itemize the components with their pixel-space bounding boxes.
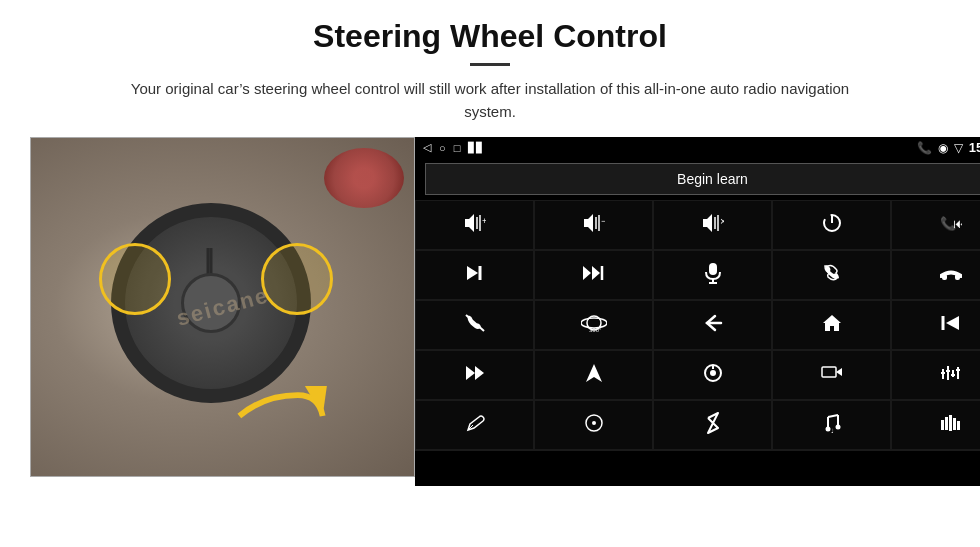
hang-up-icon — [940, 264, 962, 287]
mute-call-icon — [464, 313, 486, 338]
eq-icon — [941, 364, 961, 387]
ctrl-vol-up[interactable]: + — [415, 200, 534, 250]
svg-marker-19 — [583, 266, 591, 280]
subtitle: Your original car’s steering wheel contr… — [110, 78, 870, 123]
ctrl-mic[interactable] — [653, 250, 772, 300]
svg-point-52 — [592, 421, 596, 425]
next-track-icon — [465, 264, 485, 287]
ctrl-ff-prev[interactable] — [534, 250, 653, 300]
svg-rect-40 — [822, 367, 836, 377]
location-icon: ◉ — [938, 141, 948, 155]
svg-text:360°: 360° — [589, 327, 602, 333]
ctrl-360-cam[interactable]: 360° — [534, 300, 653, 350]
car-image-bg: seicane — [31, 138, 414, 476]
ctrl-mute-call[interactable] — [415, 300, 534, 350]
ctrl-dvr[interactable] — [772, 350, 891, 400]
360-btn-icon — [584, 413, 604, 438]
nav-icon — [585, 363, 603, 388]
controls-grid: + − × — [415, 200, 980, 450]
nav-home-icon[interactable]: ○ — [439, 142, 446, 154]
mute-icon: × — [702, 214, 724, 237]
phone-icon: 📞 — [917, 141, 932, 155]
status-bar: ◁ ○ □ ▊▊ 📞 ◉ ▽ 15:52 — [415, 137, 980, 158]
ctrl-eq[interactable] — [891, 350, 980, 400]
svg-rect-61 — [949, 415, 952, 431]
ctrl-music[interactable]: ♩ — [772, 400, 891, 450]
music-icon: ♩ — [822, 413, 842, 438]
svg-rect-25 — [942, 274, 947, 280]
fast-fwd-icon — [465, 364, 485, 387]
ctrl-hang-up[interactable] — [891, 250, 980, 300]
call-icon — [822, 263, 842, 288]
svg-marker-36 — [586, 364, 602, 382]
prev-track-icon — [941, 314, 961, 337]
sound-bars-icon — [940, 414, 962, 437]
ctrl-source[interactable] — [653, 350, 772, 400]
status-bar-right: 📞 ◉ ▽ 15:52 — [917, 140, 980, 155]
svg-text:⏮: ⏮ — [953, 216, 962, 231]
ctrl-360-btn[interactable] — [534, 400, 653, 450]
svg-rect-62 — [953, 418, 956, 430]
svg-line-27 — [466, 315, 484, 331]
nav-recents-icon[interactable]: □ — [454, 142, 461, 154]
svg-text:−: − — [601, 216, 605, 226]
highlight-circle-left — [99, 243, 171, 315]
title-divider — [470, 63, 510, 66]
page-container: Steering Wheel Control Your original car… — [0, 0, 980, 487]
ctrl-bluetooth[interactable] — [653, 400, 772, 450]
svg-rect-26 — [955, 274, 960, 280]
source-icon — [702, 362, 724, 389]
svg-marker-35 — [475, 366, 484, 380]
ctrl-vol-down[interactable]: − — [534, 200, 653, 250]
ctrl-prev-track[interactable] — [891, 300, 980, 350]
svg-point-38 — [710, 370, 716, 376]
ctrl-pen[interactable] — [415, 400, 534, 450]
svg-point-57 — [835, 424, 840, 429]
svg-marker-9 — [703, 214, 712, 232]
nav-battery-icon: ▊▊ — [468, 142, 484, 153]
ff-prev-icon — [582, 264, 606, 287]
pen-icon — [465, 413, 485, 438]
wifi-icon: ▽ — [954, 141, 963, 155]
highlight-circle-right — [261, 243, 333, 315]
svg-marker-31 — [823, 315, 841, 331]
ctrl-home[interactable] — [772, 300, 891, 350]
svg-rect-59 — [941, 420, 944, 430]
ctrl-call[interactable] — [772, 250, 891, 300]
bluetooth-icon — [705, 412, 721, 439]
svg-point-56 — [825, 426, 830, 431]
page-title: Steering Wheel Control — [30, 18, 950, 55]
svg-rect-60 — [945, 417, 948, 430]
ctrl-sound-bars[interactable] — [891, 400, 980, 450]
home-icon — [822, 313, 842, 338]
svg-marker-34 — [466, 366, 475, 380]
begin-learn-button[interactable]: Begin learn — [425, 163, 980, 195]
svg-rect-22 — [709, 263, 717, 275]
ctrl-mute[interactable]: × — [653, 200, 772, 250]
svg-marker-33 — [946, 316, 959, 330]
status-time: 15:52 — [969, 140, 980, 155]
dvr-icon — [821, 364, 843, 387]
android-screen: ◁ ○ □ ▊▊ 📞 ◉ ▽ 15:52 Begin learn — [415, 137, 980, 477]
nav-back-icon[interactable]: ◁ — [423, 141, 431, 154]
svg-marker-17 — [467, 266, 478, 280]
ctrl-phone-prev[interactable]: 📞⏮ — [891, 200, 980, 250]
settings-bar — [415, 450, 980, 486]
header-section: Steering Wheel Control Your original car… — [30, 18, 950, 123]
360-cam-icon: 360° — [581, 312, 607, 339]
dashboard-bg — [324, 148, 404, 208]
svg-text:×: × — [720, 215, 724, 227]
car-image-section: seicane — [30, 137, 415, 477]
svg-rect-63 — [957, 421, 960, 430]
ctrl-next-track[interactable] — [415, 250, 534, 300]
vol-up-icon: + — [464, 214, 486, 237]
back-icon — [703, 314, 723, 337]
ctrl-nav[interactable] — [534, 350, 653, 400]
ctrl-power[interactable] — [772, 200, 891, 250]
vol-down-icon: − — [583, 214, 605, 237]
ctrl-back[interactable] — [653, 300, 772, 350]
ctrl-fast-fwd[interactable] — [415, 350, 534, 400]
svg-text:♩: ♩ — [831, 428, 834, 433]
phone-prev-icon: 📞⏮ — [940, 214, 962, 237]
status-bar-left: ◁ ○ □ ▊▊ — [423, 141, 484, 154]
